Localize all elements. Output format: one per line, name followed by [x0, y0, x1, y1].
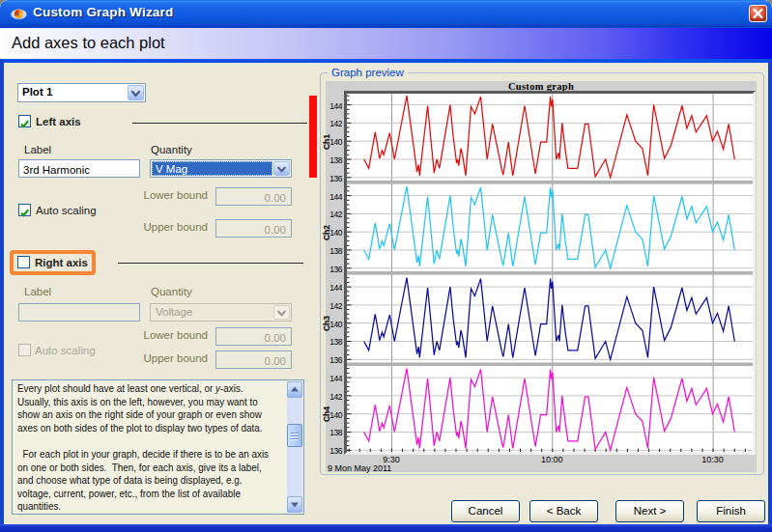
title-bar: Custom Graph Wizard [0, 0, 772, 27]
y-tick-label: 144 [326, 192, 342, 202]
left-upper-bound-input [215, 219, 292, 238]
left-auto-scaling-label: Auto scaling [36, 205, 97, 216]
right-axis-label: Right axis [35, 257, 88, 268]
left-quantity-combo[interactable]: V Mag [150, 159, 292, 178]
plot-selector[interactable]: Plot 1 [17, 83, 146, 102]
left-quantity-caption: Quantity [151, 144, 192, 155]
app-icon [11, 6, 27, 22]
right-label-input [18, 303, 140, 322]
chart-panel: Custom graph 136138140142144Ch1136138140… [326, 81, 757, 472]
left-axis-separator [132, 123, 307, 124]
y-tick-label: 142 [326, 210, 342, 219]
scrollbar-thumb[interactable] [287, 424, 302, 447]
y-tick-label: 142 [326, 301, 342, 311]
plot-area [347, 94, 753, 452]
left-auto-scaling-checkbox[interactable] [18, 204, 31, 216]
checkmark-icon [19, 119, 30, 129]
left-quantity-selection: V Mag [152, 161, 272, 176]
y-tick-label: 136 [326, 174, 342, 183]
chevron-down-icon [274, 306, 289, 321]
y-tick-label: 144 [326, 101, 342, 111]
right-auto-scaling-checkbox [18, 344, 31, 356]
wizard-dialog: Custom Graph Wizard Add axes to each plo… [0, 0, 772, 532]
channel-label: Ch4 [322, 405, 331, 424]
channel-label: Ch3 [322, 314, 331, 333]
right-upper-bound-input [215, 350, 292, 369]
y-tick-label: 138 [326, 428, 342, 437]
banner-underline [0, 59, 772, 63]
right-label-caption: Label [24, 286, 51, 297]
left-lower-bound-caption: Lower bound [135, 189, 208, 201]
x-tick-label: 10:30 [696, 455, 730, 464]
right-axis-checkbox[interactable] [17, 256, 30, 268]
left-axis-checkbox[interactable] [18, 115, 31, 127]
window-border-right [768, 59, 772, 532]
date-label: 9 Mon May 2011 [328, 463, 391, 473]
chevron-down-icon [129, 86, 143, 101]
window-title: Custom Graph Wizard [33, 5, 173, 19]
right-quantity-dropdown-button [273, 305, 290, 320]
left-upper-bound-caption: Upper bound [135, 221, 208, 233]
left-quantity-value: V Mag [156, 163, 187, 175]
thumb-grip [291, 433, 299, 434]
left-quantity-dropdown-button[interactable] [273, 161, 290, 176]
right-quantity-value: Voltage [156, 306, 192, 318]
y-tick-label: 138 [326, 155, 342, 165]
ch1-highlight-bar [309, 96, 317, 178]
arrow-down-icon [288, 497, 301, 512]
wizard-step-title: Add axes to each plot [12, 34, 165, 52]
left-axis-label: Left axis [36, 116, 81, 127]
y-tick-label: 136 [326, 265, 342, 274]
right-auto-scaling-label: Auto scaling [35, 345, 96, 356]
finish-button[interactable]: Finish [697, 500, 765, 522]
x-tick-label: 10:00 [534, 455, 569, 464]
plot-selector-dropdown-button[interactable] [128, 85, 144, 100]
description-box: Every plot should have at least one vert… [12, 379, 304, 515]
channel-label: Ch2 [322, 223, 331, 242]
y-tick-label: 138 [326, 246, 342, 256]
y-tick-label: 144 [326, 283, 342, 293]
y-tick-label: 142 [326, 392, 342, 402]
close-icon [750, 6, 766, 21]
graph-preview-label: Graph preview [328, 67, 408, 78]
scrollbar-down-button[interactable] [287, 496, 302, 513]
chevron-down-icon [274, 162, 289, 177]
thumb-grip [291, 438, 299, 439]
channel-label: Ch1 [322, 132, 331, 152]
y-tick-label: 138 [326, 337, 342, 347]
description-scrollbar[interactable] [287, 381, 302, 513]
scrollbar-up-button[interactable] [287, 381, 302, 398]
left-label-input[interactable] [18, 159, 140, 178]
right-lower-bound-input [215, 327, 292, 346]
y-tick-label: 136 [326, 446, 342, 456]
y-tick-label: 136 [326, 355, 342, 365]
window-border-bottom [0, 524, 772, 532]
back-button[interactable]: < Back [529, 500, 598, 522]
description-text: Every plot should have at least one vert… [17, 382, 288, 514]
y-tick-label: 142 [326, 119, 342, 128]
plot-selector-value: Plot 1 [22, 86, 52, 98]
checkmark-icon [19, 208, 30, 218]
y-tick-label: 144 [326, 374, 342, 383]
right-upper-bound-caption: Upper bound [135, 352, 208, 364]
right-axis-separator [118, 263, 303, 264]
left-label-caption: Label [24, 144, 51, 155]
right-quantity-caption: Quantity [151, 286, 192, 297]
window-border-left [0, 59, 4, 532]
right-lower-bound-caption: Lower bound [135, 329, 208, 341]
next-button[interactable]: Next > [615, 500, 684, 522]
right-quantity-combo: Voltage [150, 303, 292, 322]
close-button[interactable] [749, 5, 767, 22]
thumb-grip [291, 435, 299, 436]
cancel-button[interactable]: Cancel [451, 500, 520, 522]
arrow-up-icon [288, 382, 301, 397]
left-lower-bound-input [215, 187, 292, 206]
